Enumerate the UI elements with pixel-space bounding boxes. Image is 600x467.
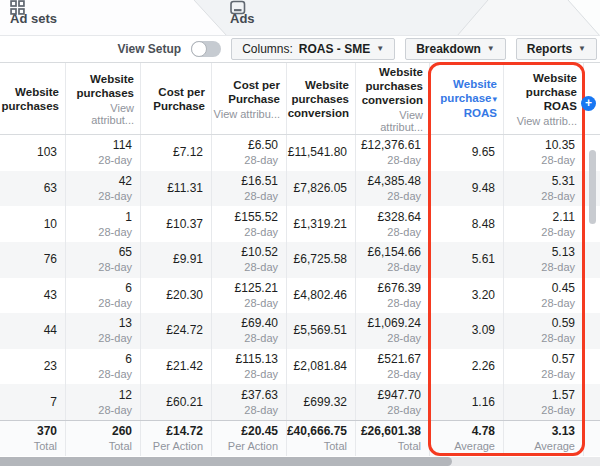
view-setup-toggle[interactable] xyxy=(191,41,221,57)
cell-value: 23 xyxy=(44,359,57,374)
chevron-down-icon: ▼ xyxy=(578,45,586,53)
table-cell: £24.72 xyxy=(140,313,211,349)
table-cell: £37.6328-day xyxy=(211,384,286,420)
cell-value: £37.63 xyxy=(241,388,278,403)
table-cell: £26,601.38Total xyxy=(355,421,429,456)
column-header-purchases-conversion[interactable]: Website purchases conversion xyxy=(286,63,355,134)
table-cell: £12,376.6128-day xyxy=(355,135,429,171)
column-header-purchase-roas-attr[interactable]: Website purchase ROAS View attrib... xyxy=(503,63,583,134)
table-cell: £1,319.21 xyxy=(286,206,355,242)
table-cell: £16.5128-day xyxy=(211,171,286,207)
table-row[interactable]: 10311428-day£7.12£6.5028-day£11,541.80£1… xyxy=(0,135,600,171)
table-cell: 103 xyxy=(0,135,65,171)
cell-value: 0.59 xyxy=(552,316,575,331)
vertical-scrollbar-thumb[interactable] xyxy=(589,150,596,224)
cell-value: £14.72 xyxy=(166,424,203,439)
table-cell: £4,802.46 xyxy=(286,278,355,314)
table-row[interactable]: 10128-day£10.37£155.5228-day£1,319.21£32… xyxy=(0,206,600,242)
cell-sub-label: 28-day xyxy=(387,297,421,310)
cell-sub-label: Total xyxy=(324,440,347,453)
cell-value: £10.52 xyxy=(241,245,278,260)
table-row[interactable]: 43628-day£20.30£125.2128-day£4,802.46£67… xyxy=(0,278,600,314)
table-cell: £155.5228-day xyxy=(211,206,286,242)
column-header-purchase-roas-sorted[interactable]: Website purchase▾ ROAS xyxy=(429,63,503,134)
cell-value: 42 xyxy=(119,174,132,189)
columns-value: ROAS - SME xyxy=(299,42,370,56)
cell-sub-label: Average xyxy=(454,440,495,453)
table-row[interactable]: 766528-day£9.91£10.5228-day£6,725.58£6,1… xyxy=(0,242,600,278)
tab-ads[interactable]: Ads xyxy=(230,0,255,36)
cell-sub-label: 28-day xyxy=(98,261,132,274)
cell-value: £521.67 xyxy=(378,352,421,367)
table-cell: £21.42 xyxy=(140,349,211,385)
column-header-website-purchases[interactable]: Website purchases xyxy=(0,63,65,134)
table-cell: £4,385.4828-day xyxy=(355,171,429,207)
reports-button[interactable]: Reports ▼ xyxy=(516,38,597,60)
cell-sub-label: 28-day xyxy=(387,368,421,381)
cell-value: 114 xyxy=(113,138,132,153)
cell-value: 1.16 xyxy=(472,395,495,410)
cell-value: £69.40 xyxy=(241,316,278,331)
cell-value: £26,601.38 xyxy=(361,424,421,439)
table-row[interactable]: 634228-day£11.31£16.5128-day£7,826.05£4,… xyxy=(0,171,600,207)
cell-sub-label: 28-day xyxy=(98,190,132,203)
view-attribution-link[interactable]: View attribu... xyxy=(214,108,280,120)
view-setup-label: View Setup xyxy=(117,42,181,56)
column-header-cost-per-purchase[interactable]: Cost per Purchase xyxy=(140,63,211,134)
view-attribution-link[interactable]: View attribut... xyxy=(66,102,134,126)
cell-sub-label: 28-day xyxy=(387,190,421,203)
table-cell: 3.13Average xyxy=(503,421,583,456)
add-column-button[interactable]: + xyxy=(581,96,596,111)
cell-sub-label: Total xyxy=(109,440,132,453)
cell-sub-label: 28-day xyxy=(98,297,132,310)
cell-value: £60.21 xyxy=(166,395,203,410)
column-header-purchases-conversion-attr[interactable]: Website purchases conversion View attrib… xyxy=(355,63,429,134)
table-cell: £6,154.6628-day xyxy=(355,242,429,278)
column-header-cost-per-purchase-attr[interactable]: Cost per Purchase View attribu... xyxy=(211,63,286,134)
table-cell: 1.16 xyxy=(429,384,503,420)
breakdown-button[interactable]: Breakdown ▼ xyxy=(405,38,506,60)
cell-value: 1.57 xyxy=(552,388,575,403)
cell-value: £24.72 xyxy=(166,323,203,338)
view-attribution-link[interactable]: View attribut... xyxy=(356,109,423,133)
columns-button[interactable]: Columns: ROAS - SME ▼ xyxy=(231,38,395,60)
cell-sub-label: 28-day xyxy=(98,404,132,417)
cell-value: 2.11 xyxy=(553,210,575,225)
table-row[interactable]: 441328-day£24.72£69.4028-day£5,569.51£1,… xyxy=(0,313,600,349)
table-row[interactable]: 23628-day£21.42£115.1328-day£2,081.84£52… xyxy=(0,349,600,385)
cell-value: £328.64 xyxy=(378,210,421,225)
sort-descending-icon: ▾ xyxy=(492,94,497,104)
table-cell: £20.30 xyxy=(140,278,211,314)
horizontal-scrollbar[interactable] xyxy=(0,457,600,466)
level-tab-bar: Ad sets Ads xyxy=(0,0,600,36)
table-cell: £10.5228-day xyxy=(211,242,286,278)
table-cell: £7.12 xyxy=(140,135,211,171)
cell-value: 8.48 xyxy=(472,217,495,232)
cell-value: £115.13 xyxy=(236,352,279,367)
table-cell: £6,725.58 xyxy=(286,242,355,278)
cell-value: 1 xyxy=(125,210,132,225)
column-header-website-purchases-attr[interactable]: Website purchases View attribut... xyxy=(65,63,140,134)
cell-sub-label: 28-day xyxy=(244,261,278,274)
tab-ad-sets[interactable]: Ad sets xyxy=(10,0,57,36)
cell-sub-label: Total xyxy=(398,440,421,453)
table-cell: £7,826.05 xyxy=(286,171,355,207)
table-cell: 0.5928-day xyxy=(503,313,583,349)
columns-prefix: Columns: xyxy=(242,42,293,56)
view-attribution-link[interactable]: View attrib... xyxy=(517,115,577,127)
cell-sub-label: 28-day xyxy=(541,154,575,167)
table-cell: 1.5728-day xyxy=(503,384,583,420)
table-cell: 1228-day xyxy=(65,384,140,420)
table-cell: 628-day xyxy=(65,278,140,314)
cell-value: 0.45 xyxy=(552,281,575,296)
cell-value: 7 xyxy=(50,395,57,410)
cell-sub-label: 28-day xyxy=(387,226,421,239)
table-cell: £11,541.80 xyxy=(286,135,355,171)
horizontal-scrollbar-thumb[interactable] xyxy=(0,457,452,466)
table-cell: £6.5028-day xyxy=(211,135,286,171)
cell-value: 9.65 xyxy=(472,145,495,160)
cell-sub-label: 28-day xyxy=(541,190,575,203)
cell-value: £947.70 xyxy=(378,388,421,403)
table-cell: 9.48 xyxy=(429,171,503,207)
table-row[interactable]: 71228-day£60.21£37.6328-day£699.32£947.7… xyxy=(0,384,600,420)
